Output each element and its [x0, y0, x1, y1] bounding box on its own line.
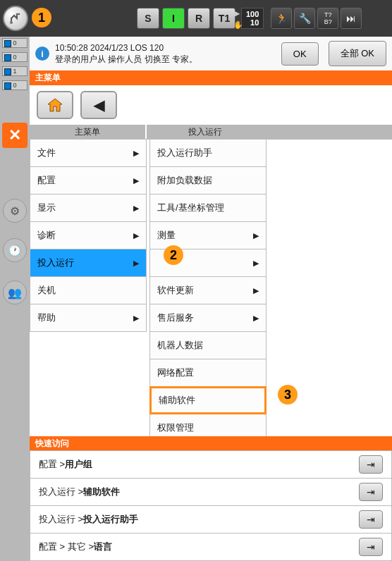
main-panel: 主菜单 ◀ 主菜单 投入运行 文件▶配置▶显示▶诊断▶投入运行▶关机帮助▶ 投入… — [30, 70, 392, 561]
menu1-item-3[interactable]: 诊断▶ — [30, 221, 147, 249]
side-users-icon[interactable]: 👥 — [3, 280, 27, 304]
top-bar: S I R T1 100 10 ✋ 🏃 🔧 T? B? ⏭ — [0, 0, 392, 37]
menu-column-headers: 主菜单 投入运行 — [30, 125, 392, 140]
menu1-item-2[interactable]: 显示▶ — [30, 194, 147, 222]
quick-label: 用户组 — [65, 458, 92, 471]
back-button[interactable]: ◀ — [80, 91, 117, 119]
menu2-item-3[interactable]: 测量▶ — [149, 221, 267, 249]
menu2-label: 售后服务 — [157, 312, 194, 324]
chevron-right-icon: ▶ — [133, 176, 139, 185]
quick-label: 语言 — [94, 541, 112, 553]
menu2-label: 辅助软件 — [159, 394, 195, 407]
b-label: B? — [324, 18, 332, 25]
mode-s[interactable]: S — [137, 8, 159, 29]
menu2-label: 软件更新 — [157, 284, 194, 297]
annotation-2: 2 — [164, 245, 183, 265]
side-slot-2[interactable]: 1 — [2, 66, 27, 76]
mode-r[interactable]: R — [188, 8, 210, 29]
menu2-item-6[interactable]: 售后服务▶ — [149, 304, 267, 332]
menu2-label: 机器人数据 — [157, 339, 203, 352]
mode-buttons: S I R T1 — [137, 8, 235, 29]
quick-prefix: 配置 > — [39, 458, 65, 471]
quick-item-1[interactable]: 投入运行 > 辅助软件⇥ — [30, 478, 392, 506]
chevron-right-icon: ▶ — [133, 259, 139, 268]
menu2-item-1[interactable]: 附加负载数据 — [149, 166, 267, 195]
menu1-item-4[interactable]: 投入运行▶ — [30, 249, 147, 277]
annotation-1: 1 — [32, 8, 51, 27]
menu1-item-5[interactable]: 关机 — [30, 276, 147, 304]
quick-label: 辅助软件 — [83, 486, 120, 498]
menu1-label: 帮助 — [37, 312, 56, 324]
chevron-right-icon: ▶ — [133, 231, 139, 240]
menu2-label: 附加负载数据 — [157, 174, 212, 187]
menu2-item-2[interactable]: 工具/基坐标管理 — [149, 194, 267, 222]
menu1-item-6[interactable]: 帮助▶ — [30, 304, 147, 332]
all-ok-button[interactable]: 全部 OK — [329, 41, 386, 66]
tool-icon[interactable]: 🔧 — [294, 8, 315, 29]
menu1-item-1[interactable]: 配置▶ — [30, 166, 147, 195]
quick-prefix: 配置 > 其它 > — [39, 541, 94, 553]
quick-item-3[interactable]: 配置 > 其它 > 语言⇥ — [30, 533, 392, 561]
pin-icon[interactable]: ⇥ — [359, 455, 383, 474]
menu2-item-8[interactable]: 网络配置 — [149, 359, 267, 387]
menu1-item-0[interactable]: 文件▶ — [30, 139, 147, 167]
quick-item-2[interactable]: 投入运行 > 投入运行助手⇥ — [30, 505, 392, 534]
pin-icon[interactable]: ⇥ — [359, 538, 383, 556]
menu2-label: 网络配置 — [157, 366, 194, 379]
info-message: 登录的用户从 操作人员 切换至 专家。 — [55, 54, 197, 65]
info-icon: i — [35, 47, 49, 61]
robot-icon[interactable] — [3, 6, 28, 31]
chevron-right-icon: ▶ — [253, 314, 259, 323]
chevron-right-icon: ▶ — [133, 149, 139, 158]
side-slot-1[interactable]: 0 — [2, 52, 27, 62]
side-slot-0[interactable]: 0 — [2, 38, 27, 48]
menu1-label: 诊断 — [37, 229, 56, 242]
speed-top: 100 — [246, 10, 259, 18]
info-text: 10:50:28 2024/1/23 LOS 120 登录的用户从 操作人员 切… — [55, 42, 197, 65]
menu1-label: 配置 — [37, 174, 56, 187]
close-button[interactable]: ✕ — [2, 123, 27, 148]
menu2-item-5[interactable]: 软件更新▶ — [149, 276, 267, 304]
col-header-main: 主菜单 — [30, 125, 147, 140]
quick-prefix: 投入运行 > — [39, 513, 83, 526]
left-sidebar: 0 0 1 0 ✕ ⚙ 🕐 👥 — [0, 37, 30, 561]
menu1-label: 显示 — [37, 202, 56, 214]
menu1-label: 文件 — [37, 147, 56, 159]
quick-item-0[interactable]: 配置 > 用户组⇥ — [30, 450, 392, 479]
menu2-item-9[interactable]: 辅助软件 — [149, 386, 267, 414]
speed-bottom: 10 — [250, 18, 259, 27]
skip-icon[interactable]: ⏭ — [341, 8, 362, 29]
menu2-label: 工具/基坐标管理 — [157, 202, 224, 214]
menu2-item-0[interactable]: 投入运行助手 — [149, 139, 267, 167]
pin-icon[interactable]: ⇥ — [359, 510, 383, 529]
chevron-right-icon: ▶ — [253, 259, 259, 268]
col-header-commission: 投入运行 — [147, 125, 264, 140]
menu2-label: 投入运行助手 — [157, 147, 212, 159]
speed-indicator[interactable]: 100 10 ✋ — [241, 8, 264, 29]
quick-access-list: 配置 > 用户组⇥投入运行 > 辅助软件⇥投入运行 > 投入运行助手⇥配置 > … — [30, 451, 392, 561]
svg-point-1 — [16, 13, 18, 16]
home-button[interactable] — [37, 91, 73, 119]
side-clock-icon[interactable]: 🕐 — [3, 238, 27, 262]
side-gear-icon[interactable]: ⚙ — [3, 199, 27, 223]
ok-button[interactable]: OK — [281, 42, 319, 66]
menu-col-2: 投入运行助手附加负载数据工具/基坐标管理测量▶▶软件更新▶售后服务▶机器人数据网… — [149, 140, 267, 436]
menu2-item-10[interactable]: 权限管理 — [149, 414, 267, 436]
toolbar: ◀ — [30, 85, 392, 125]
svg-point-0 — [10, 21, 13, 24]
menu1-label: 关机 — [37, 284, 56, 297]
tb-status[interactable]: T? B? — [317, 8, 338, 29]
pin-icon[interactable]: ⇥ — [359, 483, 383, 501]
quick-label: 投入运行助手 — [83, 513, 138, 526]
info-timestamp: 10:50:28 2024/1/23 LOS 120 — [55, 43, 164, 53]
side-slot-3[interactable]: 0 — [2, 80, 27, 90]
t-label: T? — [324, 11, 332, 18]
menu2-item-7[interactable]: 机器人数据 — [149, 331, 267, 359]
panel-title: 主菜单 — [30, 70, 392, 85]
run-icon[interactable]: 🏃 — [271, 8, 292, 29]
chevron-right-icon: ▶ — [253, 286, 259, 295]
info-bar: i 10:50:28 2024/1/23 LOS 120 登录的用户从 操作人员… — [30, 37, 392, 70]
mode-i[interactable]: I — [162, 8, 185, 29]
mode-t1[interactable]: T1 — [213, 8, 235, 29]
hand-icon: ✋ — [233, 20, 243, 29]
